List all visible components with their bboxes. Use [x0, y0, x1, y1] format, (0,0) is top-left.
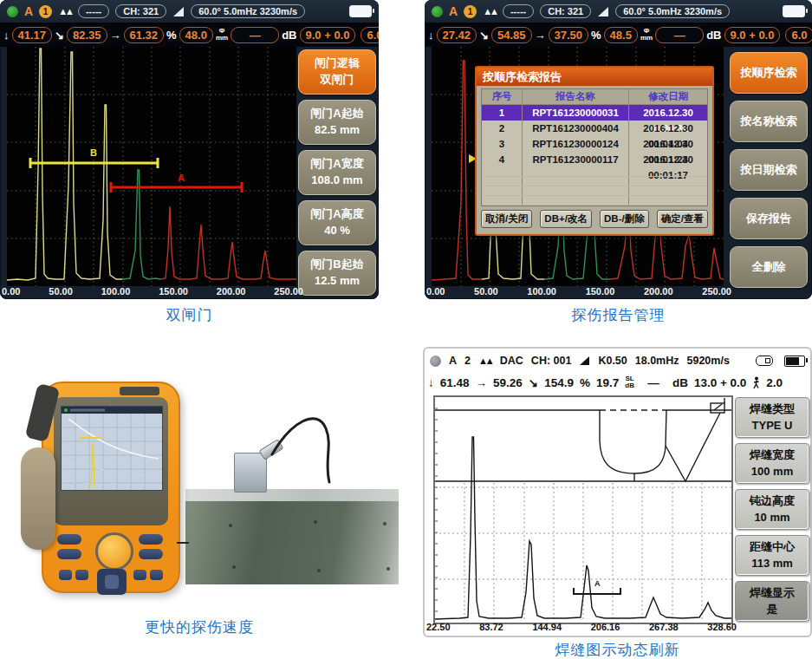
softkey-search-by-order[interactable]: 按顺序检索 — [730, 52, 808, 94]
db-minus-delete-button[interactable]: DB-/删除 — [600, 210, 649, 228]
softkey-column: 焊缝类型TYPE U 焊缝宽度100 mm 钝边高度10 mm 距缝中心113 … — [735, 397, 809, 622]
phi-mm-label: Φmm — [216, 28, 228, 42]
channel-num: 2 — [464, 355, 471, 367]
table-row[interactable]: 3RPT1612300001242016.12.30 00:01:24 — [482, 136, 707, 152]
db-label: dB — [672, 376, 688, 389]
gate-a-label: A — [594, 579, 601, 588]
reading-surface: 82.35 — [67, 27, 107, 43]
reading-surface: 154.9 — [544, 376, 574, 389]
db-plus-rename-button[interactable]: DB+/改名 — [540, 210, 592, 228]
velocity: 5920m/s — [687, 355, 730, 367]
table-empty-row — [482, 186, 707, 196]
dialog-button-row: 取消/关闭 DB+/改名 DB-/删除 确定/查看 — [477, 208, 712, 232]
depth-arrow-icon: ↓ — [428, 376, 434, 389]
reading-surface: 54.85 — [491, 27, 532, 43]
probe-angle-icon — [579, 356, 590, 366]
surface-arrow-icon: ↘ — [529, 375, 538, 389]
probe-params-pill: 60.0° 5.0mHz 3230m/s — [615, 4, 730, 18]
reading-phi: — — [231, 27, 279, 43]
softkey-gate-a-start[interactable]: 闸门A起始82.5 mm — [298, 100, 376, 145]
gate-a-label: A — [178, 173, 185, 183]
channel-pill: CH: 321 — [115, 4, 166, 18]
probe-params-pill: 60.0° 5.0mHz 3230m/s — [191, 4, 305, 18]
k-value: K0.50 — [598, 355, 627, 367]
channel-pill: CH: 321 — [540, 4, 591, 18]
table-empty-row — [482, 196, 707, 206]
gate-b-label: B — [90, 147, 97, 158]
gate-a-bracket[interactable] — [574, 588, 620, 594]
percent-label: % — [591, 29, 601, 41]
softkey-gate-logic[interactable]: 闸门逻辑双闸门 — [298, 49, 376, 95]
cancel-close-button[interactable]: 取消/关闭 — [481, 210, 532, 228]
table-row[interactable]: 4RPT1612300001172016.12.30 00:01:17 — [482, 152, 707, 167]
confirm-view-button[interactable]: 确定/查看 — [657, 210, 708, 228]
reading-percent: 48.0 — [179, 27, 213, 43]
battery-icon — [784, 356, 805, 367]
softkey-gate-a-height[interactable]: 闸门A高度40 % — [298, 200, 376, 245]
percent-label: % — [166, 29, 177, 41]
channel-badge: 1 — [39, 5, 52, 18]
status-dot-icon — [432, 6, 443, 17]
connector-icon — [756, 356, 773, 366]
status-dot-icon — [7, 6, 18, 17]
probe-cable — [16, 371, 399, 616]
reading-depth: 61.48 — [440, 376, 470, 389]
reading-walk: 6.0 — [785, 27, 812, 43]
probe-indicator: A — [449, 4, 458, 18]
mode-pill: ----- — [503, 4, 534, 18]
surface-arrow-icon: ↘ — [55, 29, 64, 41]
mode-label: DAC — [500, 355, 523, 367]
softkey-save-report[interactable]: 保存报告 — [730, 198, 808, 239]
left-ruler-ticks — [435, 408, 438, 611]
softkey-gate-b-start[interactable]: 闸门B起始12.5 mm — [298, 251, 376, 296]
beam-arrow-icon: → — [476, 376, 488, 389]
status-bar: A 1 ▲▲ ----- CH: 321 60.0° 5.0mHz 3230m/… — [425, 0, 812, 23]
softkey-delete-all[interactable]: 全删除 — [730, 246, 808, 288]
product-photo — [16, 371, 399, 616]
softkey-root-face-height[interactable]: 钝边高度10 mm — [735, 489, 809, 530]
readings-bar: ↓ 41.17 ↘ 82.35 → 61.32 % 48.0 Φmm — dB … — [0, 23, 379, 47]
reading-beam: 59.26 — [493, 376, 523, 389]
softkey-weld-width[interactable]: 焊缝宽度100 mm — [735, 443, 809, 484]
db-label: dB — [706, 29, 721, 41]
sl-db-label: SLdB — [625, 375, 634, 389]
frequency: 18.0mHz — [635, 355, 679, 367]
status-bar: A 1 ▲▲ ----- CH: 321 60.0° 5.0mHz 3230m/… — [0, 0, 379, 23]
channel-badge: 1 — [464, 5, 477, 18]
softkey-weld-display[interactable]: 焊缝显示是 — [735, 581, 809, 622]
weld-ascan-plot: A — [433, 395, 733, 624]
dialog-title: 按顺序检索报告 — [477, 68, 712, 86]
softkey-search-by-name[interactable]: 按名称检索 — [730, 101, 808, 142]
x-axis-labels: 0.0050.00100.00150.00200.00250.00 — [2, 286, 303, 297]
beam-arrow-icon: → — [535, 29, 546, 41]
softkey-column: 按顺序检索 按名称检索 按日期检索 保存报告 全删除 — [730, 52, 808, 288]
depth-arrow-icon: ↓ — [428, 29, 434, 41]
db-label: dB — [282, 29, 296, 41]
phi-mm-label: Φmm — [640, 28, 653, 42]
echo-peaks-icon: ▲▲ — [483, 7, 497, 16]
softkey-search-by-date[interactable]: 按日期检索 — [730, 149, 808, 191]
reading-beam: 37.50 — [549, 27, 589, 43]
status-bar: A 2 ▲▲ DAC CH: 001 K0.50 18.0mHz 5920m/s — [430, 351, 805, 370]
weld-cross-section — [435, 398, 731, 481]
table-row[interactable]: 1RPT1612300000312016.12.30 00:00:31 — [482, 105, 707, 121]
table-row[interactable]: 2RPT1612300004042016.12.30 00:04:04 — [482, 121, 707, 136]
caption-speed: 更快的探伤速度 — [0, 617, 399, 637]
mode-pill: ----- — [78, 4, 109, 18]
probe-angle-icon — [172, 6, 185, 17]
report-table: 序号报告名称修改日期 1RPT1612300000312016.12.30 00… — [481, 88, 708, 206]
reading-percent: 48.5 — [604, 27, 638, 43]
reading-depth: 41.17 — [12, 27, 53, 43]
reading-gain: 13.0 + 0.0 — [694, 376, 746, 389]
reading-walk: 2.0 — [766, 376, 783, 389]
table-empty-row — [482, 167, 707, 177]
x-axis-labels: 22.5083.72144.94206.16267.38328.60 — [426, 622, 737, 632]
softkey-weld-type[interactable]: 焊缝类型TYPE U — [735, 397, 809, 438]
softkey-column: 闸门逻辑双闸门 闸门A起始82.5 mm 闸门A宽度108.0 mm 闸门A高度… — [298, 49, 376, 296]
readings-bar: ↓ 61.48 → 59.26 ↘ 154.9 % 19.7 SLdB — dB… — [428, 371, 807, 394]
probe-indicator: A — [24, 4, 33, 18]
reading-gain: 9.0 + 0.0 — [724, 27, 781, 43]
table-empty-row — [482, 177, 707, 186]
softkey-distance-to-center[interactable]: 距缝中心113 mm — [735, 535, 809, 576]
softkey-gate-a-width[interactable]: 闸门A宽度108.0 mm — [298, 150, 376, 195]
